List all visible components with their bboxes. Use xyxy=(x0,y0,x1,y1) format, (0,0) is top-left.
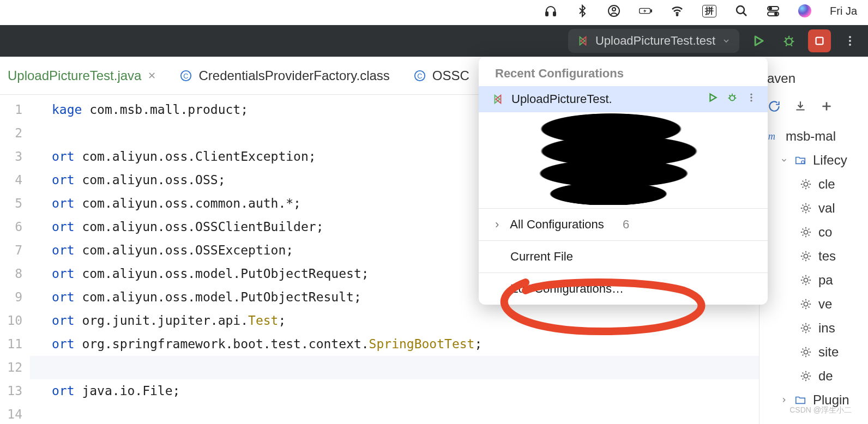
debug-button[interactable] xyxy=(777,29,800,52)
close-icon[interactable]: ✕ xyxy=(148,70,156,82)
svg-text:C: C xyxy=(417,71,422,80)
svg-point-25 xyxy=(804,230,807,234)
run-config-icon xyxy=(492,93,504,105)
svg-point-12 xyxy=(786,38,792,45)
current-file-item[interactable]: Current File xyxy=(479,241,768,272)
class-icon: C xyxy=(180,70,192,82)
siri-icon[interactable] xyxy=(798,4,811,17)
run-config-label: UploadPictureTest.test xyxy=(595,34,715,48)
maven-goal-ins[interactable]: ins xyxy=(767,316,868,340)
wifi-icon[interactable] xyxy=(671,4,684,17)
control-center-icon[interactable] xyxy=(767,4,780,17)
svg-point-11 xyxy=(774,13,777,16)
user-icon[interactable] xyxy=(607,4,620,17)
gear-icon xyxy=(800,178,812,190)
maven-goal-val[interactable]: val xyxy=(767,196,868,220)
gear-icon xyxy=(800,250,812,262)
tab-credentials-provider-factory[interactable]: C CredentialsProviderFactory.class xyxy=(180,65,389,87)
svg-point-29 xyxy=(804,326,807,330)
gear-icon xyxy=(800,202,812,214)
svg-rect-1 xyxy=(553,12,556,16)
redacted-area xyxy=(492,112,757,205)
gear-icon xyxy=(800,346,812,358)
download-icon[interactable] xyxy=(793,99,807,117)
chevron-right-icon: › xyxy=(495,217,499,232)
svg-point-32 xyxy=(730,95,734,100)
battery-icon[interactable] xyxy=(639,4,652,17)
spotlight-icon[interactable] xyxy=(735,4,748,17)
tab-ossc[interactable]: C OSSC xyxy=(414,65,469,87)
maven-lifecycle[interactable]: Lifecy xyxy=(767,148,868,172)
maven-goal-cle[interactable]: cle xyxy=(767,172,868,196)
gear-icon xyxy=(800,322,812,334)
run-config-selector[interactable]: UploadPictureTest.test xyxy=(568,29,739,53)
svg-point-26 xyxy=(804,254,807,258)
input-method-icon[interactable]: 拼 xyxy=(702,5,716,17)
run-button[interactable] xyxy=(747,29,770,52)
svg-text:m: m xyxy=(768,131,775,142)
maven-goal-pa[interactable]: pa xyxy=(767,268,868,292)
svg-point-6 xyxy=(677,14,678,15)
svg-point-3 xyxy=(612,8,616,11)
more-button[interactable] xyxy=(839,29,861,52)
chevron-down-icon xyxy=(722,37,731,45)
svg-point-9 xyxy=(769,7,772,10)
tab-label: CredentialsProviderFactory.class xyxy=(198,68,389,83)
tab-label: OSSC xyxy=(432,68,469,83)
tab-upload-picture-test[interactable]: UploadPictureTest.java ✕ xyxy=(8,65,156,87)
clock-text[interactable]: Fri Ja xyxy=(830,5,857,17)
ide-toolbar: UploadPictureTest.test xyxy=(0,25,868,57)
run-config-popup: Recent Configurations UploadPictureTest.… xyxy=(479,57,768,305)
gear-icon xyxy=(800,370,812,382)
maven-project[interactable]: m msb-mal xyxy=(767,124,868,148)
recent-config-item[interactable]: UploadPictureTest. xyxy=(479,86,768,112)
gear-icon xyxy=(800,226,812,238)
svg-point-31 xyxy=(804,374,807,378)
watermark: CSDN @浮生小二 xyxy=(789,405,852,415)
maven-goal-de[interactable]: de xyxy=(767,364,868,388)
chevron-right-icon xyxy=(780,396,788,404)
gear-icon xyxy=(800,298,812,310)
svg-rect-5 xyxy=(651,10,652,12)
svg-point-35 xyxy=(750,100,752,101)
maven-title: aven xyxy=(767,64,868,99)
maven-goal-ve[interactable]: ve xyxy=(767,292,868,316)
gutter: 1234567891011121314 xyxy=(0,95,30,424)
folder-icon xyxy=(794,394,806,406)
folder-gear-icon xyxy=(794,154,806,166)
svg-text:C: C xyxy=(184,71,189,80)
more-icon[interactable] xyxy=(746,92,757,106)
maven-panel: aven m msb-mal Lifecy cle val co tes pa … xyxy=(759,57,868,424)
tab-label: UploadPictureTest.java xyxy=(8,68,141,83)
m-icon: m xyxy=(767,130,779,142)
svg-point-23 xyxy=(804,182,807,186)
add-icon[interactable] xyxy=(819,99,834,117)
stop-button[interactable] xyxy=(808,29,831,52)
gear-icon xyxy=(800,274,812,286)
svg-point-7 xyxy=(737,6,744,14)
svg-point-22 xyxy=(801,161,805,164)
maven-goal-co[interactable]: co xyxy=(767,220,868,244)
reload-icon[interactable] xyxy=(767,99,781,117)
run-icon[interactable] xyxy=(707,92,719,107)
svg-point-30 xyxy=(804,350,807,354)
debug-icon[interactable] xyxy=(726,92,738,107)
svg-point-33 xyxy=(750,94,752,95)
maven-goal-tes[interactable]: tes xyxy=(767,244,868,268)
svg-point-27 xyxy=(804,278,807,282)
maven-goal-site[interactable]: site xyxy=(767,340,868,364)
mac-menubar: 拼 Fri Ja xyxy=(533,0,868,22)
all-configurations-item[interactable]: › All Configurations 6 xyxy=(479,209,768,240)
class-icon: C xyxy=(414,70,426,82)
bluetooth-icon[interactable] xyxy=(576,4,589,17)
edit-configurations-item[interactable]: Edit Configurations… xyxy=(479,273,768,305)
svg-point-16 xyxy=(849,44,851,46)
headphones-icon[interactable] xyxy=(544,4,557,17)
svg-point-15 xyxy=(849,40,851,42)
svg-point-14 xyxy=(849,36,851,38)
svg-point-24 xyxy=(804,206,807,210)
run-config-icon xyxy=(577,35,589,47)
chevron-down-icon xyxy=(780,156,788,164)
svg-point-28 xyxy=(804,302,807,306)
svg-point-34 xyxy=(750,96,752,98)
